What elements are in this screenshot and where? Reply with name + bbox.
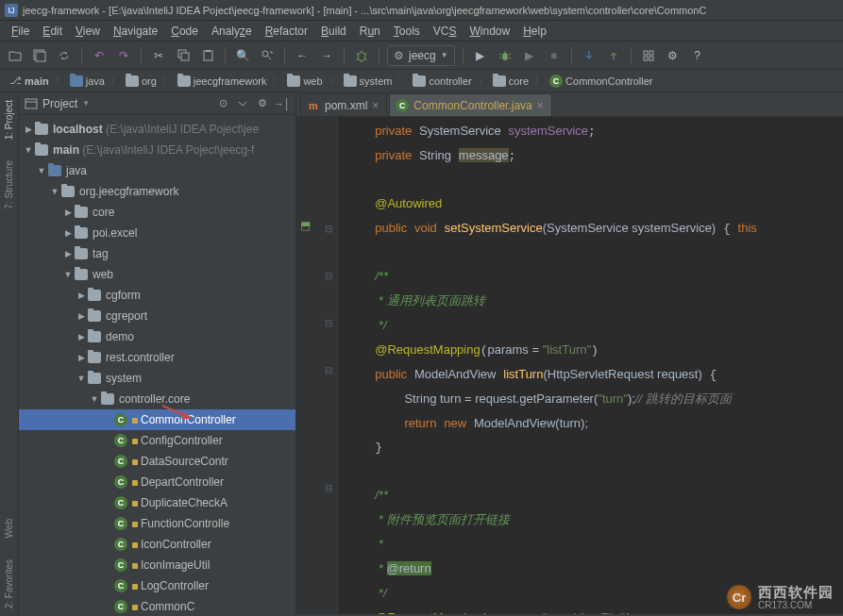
breadcrumb-item-main[interactable]: ⎇main: [6, 75, 52, 88]
debug-icon[interactable]: [496, 46, 514, 65]
collapse-arrow-icon[interactable]: ▼: [62, 270, 74, 279]
tree-node-core[interactable]: ▶core: [19, 202, 295, 223]
menu-analyze[interactable]: Analyze: [206, 23, 258, 40]
run-icon[interactable]: ▶: [471, 46, 490, 65]
tree-node-commonc[interactable]: CCommonC: [19, 596, 295, 614]
tree-node-configcontroller[interactable]: CConfigController: [19, 430, 295, 451]
expand-arrow-icon[interactable]: ▶: [76, 311, 87, 321]
close-icon[interactable]: ×: [537, 99, 544, 112]
menu-navigate[interactable]: Navigate: [108, 23, 163, 40]
tree-node-logcontroller[interactable]: CLogController: [19, 575, 295, 596]
project-structure-icon[interactable]: [639, 46, 658, 65]
expand-arrow-icon[interactable]: ▶: [76, 291, 87, 300]
tree-node-departcontroller[interactable]: CDepartController: [19, 472, 295, 492]
close-icon[interactable]: ×: [372, 99, 379, 112]
editor-tab-commoncontroller[interactable]: C CommonController.java ×: [389, 93, 551, 116]
tree-node-web[interactable]: ▼web: [19, 264, 295, 285]
menu-file[interactable]: File: [6, 23, 35, 40]
cut-icon[interactable]: ✂: [149, 46, 168, 65]
run-coverage-icon[interactable]: ▶: [520, 46, 539, 65]
fold-icon[interactable]: ⊟: [325, 365, 332, 375]
settings-icon[interactable]: ⚙: [664, 46, 683, 65]
tree-node-functioncontrolle[interactable]: CFunctionControlle: [19, 513, 295, 534]
tree-node-package[interactable]: ▼org.jeecgframework: [19, 181, 295, 202]
tree-node-iconimageutil[interactable]: CIconImageUtil: [19, 555, 295, 575]
hide-icon[interactable]: →│: [275, 96, 290, 111]
menu-window[interactable]: Window: [464, 23, 515, 40]
tree-node-demo[interactable]: ▶demo: [19, 326, 295, 347]
tree-node-rest[interactable]: ▶rest.controller: [19, 347, 295, 368]
code-content[interactable]: private SystemService systemService; pri…: [338, 117, 843, 614]
fold-icon[interactable]: ⊟: [325, 483, 332, 493]
fold-icon[interactable]: ⊟: [325, 224, 332, 234]
tree-node-duplicatechecka[interactable]: CDuplicateCheckA: [19, 492, 295, 513]
breadcrumb-item-java[interactable]: java: [67, 75, 108, 87]
save-all-icon[interactable]: [30, 46, 49, 65]
editor-gutter[interactable]: ⬒ ⊟ ⊟ ⊟ ⊟ ⊟: [296, 117, 338, 614]
tool-tab-web[interactable]: Web: [2, 513, 16, 543]
fold-icon[interactable]: ⊟: [325, 271, 332, 281]
autoscroll-icon[interactable]: ⊙: [215, 96, 230, 111]
breadcrumb-item-commoncontroller[interactable]: CCommonController: [547, 75, 655, 88]
tool-tab-structure[interactable]: 7: Structure: [2, 155, 16, 215]
tree-node-iconcontroller[interactable]: CIconController: [19, 534, 295, 555]
build-icon[interactable]: [352, 46, 371, 65]
fold-icon[interactable]: ⊟: [325, 318, 332, 328]
breadcrumb-item-system[interactable]: system: [341, 75, 396, 87]
breadcrumb-item-jeecgframework[interactable]: jeecgframework: [175, 75, 270, 87]
forward-icon[interactable]: →: [317, 46, 336, 65]
menu-run[interactable]: Run: [354, 23, 386, 40]
breadcrumb-item-controller[interactable]: controller: [410, 75, 474, 87]
expand-arrow-icon[interactable]: ▶: [76, 332, 87, 341]
chevron-down-icon[interactable]: ▼: [82, 99, 90, 108]
spring-bean-icon[interactable]: ⬒: [300, 219, 311, 232]
tree-node-system[interactable]: ▼system: [19, 368, 295, 389]
menu-code[interactable]: Code: [165, 23, 204, 40]
breadcrumb-item-core[interactable]: core: [490, 75, 531, 87]
help-icon[interactable]: ?: [688, 46, 707, 65]
breadcrumb-item-web[interactable]: web: [284, 75, 325, 87]
expand-arrow-icon[interactable]: ▶: [62, 208, 74, 217]
tree-node-datasourcecontroller[interactable]: CDataSourceContr: [19, 451, 295, 472]
collapse-arrow-icon[interactable]: ▼: [23, 145, 34, 155]
vcs-update-icon[interactable]: [580, 46, 599, 65]
open-file-icon[interactable]: [6, 46, 25, 65]
gear-icon[interactable]: ⚙: [255, 96, 270, 111]
find-icon[interactable]: 🔍: [233, 46, 252, 65]
tree-node-poi[interactable]: ▶poi.excel: [19, 223, 295, 243]
expand-arrow-icon[interactable]: ▶: [23, 125, 34, 134]
tree-node-tag[interactable]: ▶tag: [19, 243, 295, 264]
code-editor[interactable]: ⬒ ⊟ ⊟ ⊟ ⊟ ⊟ private SystemService system…: [296, 117, 843, 614]
menu-help[interactable]: Help: [517, 23, 552, 40]
tool-tab-favorites[interactable]: 2: Favorites: [2, 554, 16, 614]
paste-icon[interactable]: [198, 46, 217, 65]
redo-icon[interactable]: ↷: [114, 46, 133, 65]
tree-node-main[interactable]: ▼main (E:\java\InteliJ IDEA Poject\jeecg…: [19, 140, 295, 160]
editor-tab-pom[interactable]: m pom.xml ×: [300, 93, 387, 116]
copy-icon[interactable]: [174, 46, 193, 65]
expand-arrow-icon[interactable]: ▶: [62, 249, 74, 258]
menu-vcs[interactable]: VCS: [428, 23, 463, 40]
collapse-arrow-icon[interactable]: ▼: [36, 166, 47, 175]
collapse-arrow-icon[interactable]: ▼: [89, 394, 100, 404]
sync-icon[interactable]: [55, 46, 74, 65]
menu-tools[interactable]: Tools: [388, 23, 426, 40]
collapse-arrow-icon[interactable]: ▼: [76, 374, 87, 383]
stop-icon[interactable]: ■: [545, 46, 564, 65]
run-configuration-selector[interactable]: ⚙ jeecg ▼: [387, 45, 455, 66]
project-tree[interactable]: ▶localhost (E:\java\InteliJ IDEA Poject\…: [19, 115, 295, 614]
expand-arrow-icon[interactable]: ▶: [76, 353, 87, 362]
tree-node-commoncontroller[interactable]: CCommonController: [19, 409, 295, 430]
tool-tab-project[interactable]: 1: Project: [2, 94, 16, 145]
menu-edit[interactable]: Edit: [37, 23, 68, 40]
collapse-arrow-icon[interactable]: ▼: [49, 187, 60, 196]
tree-node-java[interactable]: ▼java: [19, 160, 295, 181]
collapse-all-icon[interactable]: [235, 96, 250, 111]
back-icon[interactable]: ←: [293, 46, 312, 65]
tree-node-cgform[interactable]: ▶cgform: [19, 285, 295, 306]
tree-node-localhost[interactable]: ▶localhost (E:\java\InteliJ IDEA Poject\…: [19, 119, 295, 140]
undo-icon[interactable]: ↶: [90, 46, 109, 65]
menu-refactor[interactable]: Refactor: [260, 23, 313, 40]
tree-node-controller-core[interactable]: ▼controller.core: [19, 389, 295, 409]
breadcrumb-item-org[interactable]: org: [123, 75, 160, 87]
